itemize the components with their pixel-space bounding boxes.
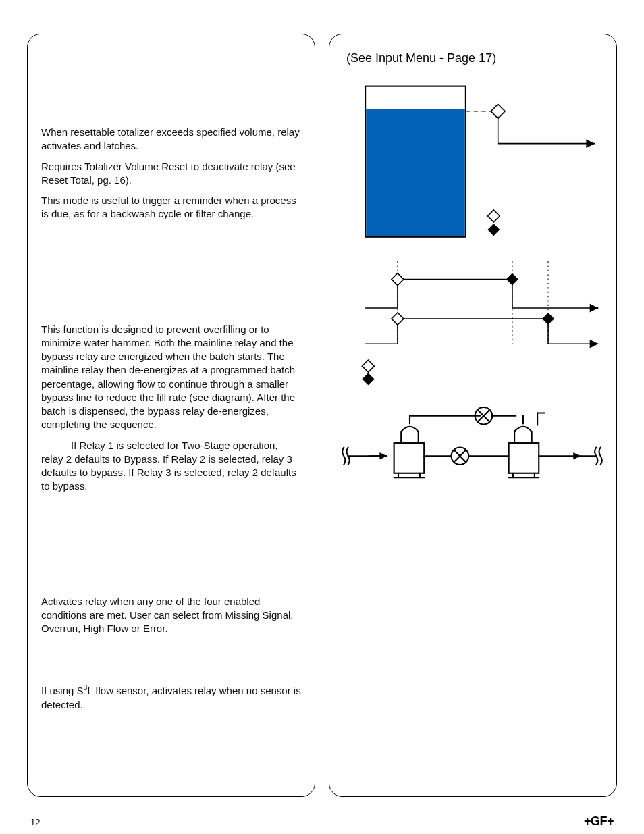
volume-mode-section: When resettable totalizer exceeds specif… xyxy=(41,126,301,221)
svg-marker-25 xyxy=(590,339,599,348)
brand-logo: +GF+ xyxy=(584,814,614,829)
timing-diagram xyxy=(329,261,616,405)
svg-marker-24 xyxy=(590,303,599,312)
svg-rect-1 xyxy=(366,109,465,236)
body-text: Activates relay when any one of the four… xyxy=(41,595,301,636)
svg-rect-23 xyxy=(542,313,554,325)
missing-signal-section: If using S3L flow sensor, activates rela… xyxy=(41,683,301,712)
svg-marker-50 xyxy=(573,452,581,460)
body-text: Requires Totalizer Volume Reset to deact… xyxy=(41,160,301,188)
body-text: When resettable totalizer exceeds specif… xyxy=(41,126,301,153)
left-panel: When resettable totalizer exceeds specif… xyxy=(27,34,315,797)
body-text: If using S3L flow sensor, activates rela… xyxy=(41,683,301,712)
right-header: (See Input Menu - Page 17) xyxy=(329,34,616,66)
svg-rect-48 xyxy=(509,443,539,473)
svg-rect-3 xyxy=(491,104,505,118)
relay-deenergized-icon xyxy=(487,224,500,236)
page-number: 12 xyxy=(30,817,40,827)
right-panel: (See Input Menu - Page 17) xyxy=(329,34,617,797)
svg-rect-20 xyxy=(392,273,404,285)
relay-deenergized-icon xyxy=(362,373,374,385)
tank-diagram xyxy=(329,79,616,259)
svg-rect-29 xyxy=(394,443,425,473)
multi-alarm-section: Activates relay when any one of the four… xyxy=(41,595,301,636)
svg-marker-28 xyxy=(379,452,387,460)
body-text: This function is designed to prevent ove… xyxy=(41,323,301,432)
body-text-span: If Relay 1 is selected for Two-Stage ope… xyxy=(41,440,296,492)
piping-diagram xyxy=(329,407,616,500)
svg-rect-21 xyxy=(506,273,518,285)
two-stage-section: This function is designed to prevent ove… xyxy=(41,323,301,494)
relay-energized-icon xyxy=(487,210,500,222)
body-text: This mode is useful to trigger a reminde… xyxy=(41,194,301,221)
body-text: If Relay 1 is selected for Two-Stage ope… xyxy=(41,439,301,494)
relay-energized-icon xyxy=(362,360,374,372)
svg-rect-22 xyxy=(392,313,404,325)
page-footer: 12 +GF+ xyxy=(0,814,644,829)
svg-marker-6 xyxy=(586,139,595,148)
